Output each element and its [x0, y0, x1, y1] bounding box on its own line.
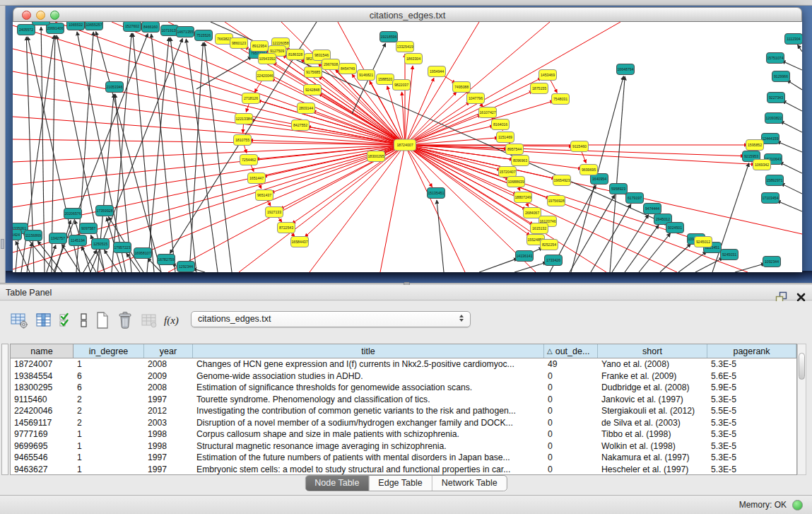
table-cell: 0 [544, 429, 598, 439]
memory-status-label: Memory: OK [739, 496, 787, 514]
red-edge-ray [13, 139, 405, 145]
citation-edge [660, 244, 691, 272]
network-node-label: 2684067 [525, 211, 539, 215]
network-node-label: 9115460 [572, 144, 587, 148]
network-node-label: 16648794 [617, 67, 633, 71]
table-vertical-scrollbar[interactable] [797, 344, 806, 475]
network-node-label: 1810755 [235, 138, 249, 142]
table-cell: Tourette syndrome. Phenomenology and cla… [193, 395, 544, 404]
network-node-label: 1342757 [51, 236, 65, 240]
tab-edge-table[interactable]: Edge Table [368, 476, 431, 491]
network-node-label: 9227343 [769, 95, 783, 100]
network-node-label: 1588520 [378, 77, 392, 81]
citation-edge [678, 252, 707, 272]
panel-collapse-handle[interactable] [1, 239, 4, 249]
column-header-title[interactable]: title [193, 344, 544, 358]
table-cell: 19384554 [11, 371, 73, 381]
network-node-label: 9245012 [696, 240, 710, 244]
application-window: citations_edges.txt 24055722069140610655… [0, 0, 812, 514]
table-cell: 9699695 [11, 441, 73, 451]
table-cell: 18724007 [11, 359, 73, 369]
table-row[interactable]: 1938455462009Genome-wide association stu… [11, 370, 796, 382]
table-cell: 14569117 [11, 418, 73, 428]
network-node-label: 2718126 [244, 96, 258, 100]
column-header-pagerank[interactable]: pagerank [707, 344, 796, 358]
table-cell: 5.9E-5 [707, 382, 796, 392]
network-node-label: 7663822 [217, 37, 231, 41]
network-node-label: 8722543 [279, 226, 293, 230]
table-mode-icon[interactable] [10, 310, 28, 330]
table-cell: 2008 [144, 359, 193, 369]
delete-column-icon[interactable] [117, 310, 134, 330]
new-column-icon[interactable] [95, 310, 110, 330]
table-body: 1872400712008Changes of HCN gene express… [10, 358, 797, 475]
network-node-label: 10719135 [161, 28, 177, 33]
network-node-label: 9175685 [306, 70, 320, 74]
network-node-label: 1069342 [755, 163, 769, 167]
table-cell: 1 [73, 359, 144, 369]
table-cell: Hescheler et al. (1997) [598, 465, 707, 474]
column-header-in_degree[interactable]: in_degree [73, 344, 144, 358]
citation-edge [735, 264, 765, 272]
network-node-label: 1640954 [592, 177, 606, 181]
network-node-label: 10543392 [259, 57, 275, 61]
table-cell: 9465546 [11, 452, 73, 462]
network-node-label: 1733426 [546, 258, 560, 262]
network-node-label: 2945012 [656, 217, 670, 221]
network-node-label: 1145194 [71, 238, 85, 243]
citation-edge [292, 145, 405, 223]
citation-edge [55, 221, 71, 272]
table-row[interactable]: 1830029562008Estimation of significance … [11, 382, 796, 394]
network-node-label: 8957544 [507, 147, 522, 151]
table-selector-dropdown[interactable]: citations_edges.txt [191, 311, 471, 327]
citation-edge [570, 195, 615, 272]
table-row[interactable]: 2242004622012Investigating the contribut… [11, 405, 796, 417]
table-row[interactable]: 946362711997Embryonic stem cells: a mode… [11, 464, 796, 476]
network-node-label: 17103454 [762, 196, 778, 200]
red-edge-ray [13, 145, 405, 162]
table-row[interactable]: 1456911722003Disruption of a novel membe… [11, 417, 796, 429]
column-header-short[interactable]: short [598, 344, 707, 358]
table-cell: 5.3E-5 [707, 359, 796, 369]
table-row[interactable]: 969969511998Structural magnetic resonanc… [11, 440, 796, 452]
network-node-label: 8912954 [252, 44, 266, 48]
table-row[interactable]: 911546021997Tourette syndrome. Phenomeno… [11, 394, 796, 406]
network-node-label: 9127509 [270, 49, 284, 53]
show-columns-icon[interactable] [35, 310, 52, 330]
network-window-titlebar[interactable]: citations_edges.txt [13, 7, 802, 22]
network-node-label: 1065532 [69, 23, 83, 27]
network-node-label: 8186328 [288, 52, 302, 57]
row-height-icon[interactable] [79, 310, 88, 330]
network-node-label: 8466160 [143, 25, 158, 29]
table-row[interactable]: 1872400712008Changes of HCN gene express… [11, 358, 796, 370]
selection-checks-icon[interactable] [59, 310, 73, 330]
function-builder-icon[interactable]: f(x) [164, 310, 179, 330]
network-node-label: 1092344 [765, 259, 779, 264]
column-header-name[interactable]: name [11, 344, 73, 358]
network-node-label: 1292344 [179, 264, 193, 269]
table-row[interactable]: 946554611997Estimation of the future num… [11, 452, 796, 464]
network-canvas[interactable]: 2405572206914061065532106552571527602846… [13, 22, 802, 272]
table-cell: 49 [544, 359, 598, 369]
citation-edge [405, 126, 493, 145]
network-view-window[interactable]: citations_edges.txt 24055722069140610655… [13, 7, 802, 272]
scrollbar-thumb[interactable] [799, 353, 805, 380]
citation-edge [639, 233, 671, 272]
network-node-label: 16958107 [134, 251, 151, 255]
attribute-table: namein_degreeyeartitle△out_de...shortpag… [10, 344, 797, 475]
column-header-year[interactable]: year [144, 344, 193, 358]
citation-edge [612, 214, 649, 272]
network-node-label: 18300295 [367, 154, 384, 158]
red-edge-ray [405, 22, 620, 145]
network-node[interactable] [33, 22, 50, 25]
network-node-label: 3915424 [13, 233, 20, 237]
tab-network-table[interactable]: Network Table [432, 476, 507, 491]
table-row[interactable]: 977716911998Corpus callosum shape and si… [11, 428, 796, 440]
table-cell: 1997 [144, 395, 193, 404]
citation-edge [610, 76, 625, 272]
table-cell: Franke et al. (2009) [598, 371, 707, 381]
table-panel-title: Table Panel [6, 285, 52, 300]
table-cell: 1 [73, 452, 144, 462]
tab-node-table[interactable]: Node Table [305, 476, 368, 491]
column-header-out_de[interactable]: △out_de... [544, 344, 598, 358]
